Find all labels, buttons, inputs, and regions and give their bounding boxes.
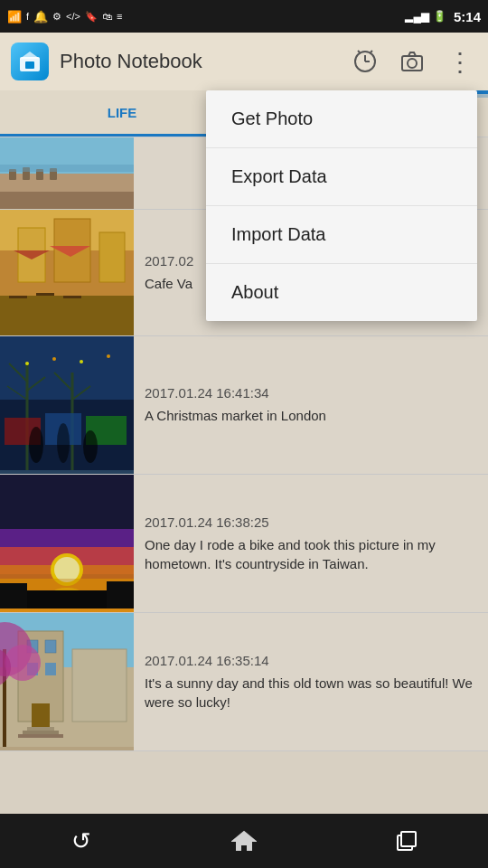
battery-icon: 🔋 (433, 10, 446, 23)
menu-item-get-photo[interactable]: Get Photo (206, 90, 477, 148)
svg-marker-1 (20, 52, 40, 59)
clock-button[interactable] (347, 43, 383, 80)
status-icons-right: ▂▄▆ 🔋 5:14 (405, 9, 481, 24)
app-logo (11, 42, 49, 80)
svg-rect-80 (401, 832, 416, 846)
app-bar: Photo Notebook ⋮ (0, 33, 488, 90)
back-button[interactable]: ↺ (54, 814, 108, 868)
svg-marker-78 (233, 832, 255, 850)
bars-icon: ≡ (117, 11, 122, 22)
notification-icon: 🔔 (33, 10, 48, 24)
bookmark-icon: 🔖 (85, 11, 98, 23)
svg-point-9 (408, 59, 417, 68)
camera-button[interactable] (394, 43, 430, 80)
status-bar: 📶 f 🔔 ⚙ </> 🔖 🛍 ≡ ▂▄▆ 🔋 5:14 (0, 0, 488, 33)
wifi-strength-icon: ▂▄▆ (405, 10, 429, 23)
code-icon: </> (66, 11, 80, 22)
svg-rect-2 (25, 61, 34, 69)
recent-apps-button[interactable] (380, 814, 434, 868)
bottom-nav: ↺ (0, 814, 488, 868)
facebook-icon: f (26, 11, 29, 22)
usb-icon: ⚙ (52, 11, 61, 23)
signal-icon: 📶 (7, 10, 22, 24)
home-button[interactable] (217, 814, 271, 868)
menu-item-export-data[interactable]: Export Data (206, 148, 477, 206)
more-options-button[interactable]: ⋮ (441, 43, 477, 80)
svg-line-6 (358, 51, 360, 52)
bag-icon: 🛍 (102, 11, 112, 22)
dropdown-menu: Get Photo Export Data Import Data About (206, 90, 477, 321)
menu-item-import-data[interactable]: Import Data (206, 206, 477, 264)
time-display: 5:14 (454, 9, 481, 24)
status-icons-left: 📶 f 🔔 ⚙ </> 🔖 🛍 ≡ (7, 10, 122, 24)
svg-line-7 (371, 51, 372, 52)
app-title: Photo Notebook (60, 50, 336, 73)
menu-item-about[interactable]: About (206, 264, 477, 321)
